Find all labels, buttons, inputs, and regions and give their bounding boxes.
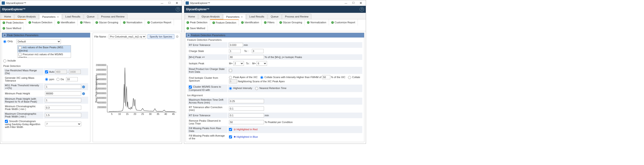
file-name-label: File Name :: [94, 35, 107, 38]
fwhm-pct-input[interactable]: [322, 75, 330, 79]
app-window-right: GlycanExplorer™ — ☐ ✕ GlycanExplorer™ ? …: [184, 0, 366, 144]
radio-include[interactable]: Include: [3, 59, 16, 62]
label-find-iso-cluster: Find Isotopic Cluster from Spectrum: [188, 74, 227, 84]
window-close-button[interactable]: ✕: [174, 1, 180, 5]
subtab-customize-report[interactable]: ✓Customize Report: [329, 19, 358, 25]
window-maximize-button[interactable]: ☐: [350, 1, 357, 5]
window-close-button[interactable]: ✕: [357, 1, 364, 5]
panel-header[interactable]: ▾ Feature Detection Parameters: [186, 33, 364, 37]
subtab-save-method[interactable]: ✓Save Method: [184, 25, 208, 31]
smooth-width-select[interactable]: 7: [45, 122, 81, 126]
radio-highest-intensity[interactable]: Highest Intensity: [229, 87, 252, 90]
tab-home[interactable]: Home: [185, 14, 198, 19]
charge-from-input[interactable]: [229, 49, 241, 53]
max-drift-input[interactable]: [229, 99, 264, 103]
subtab-glycan-grouping[interactable]: ✓Glycan Grouping: [93, 19, 121, 25]
subtab-feature-detection[interactable]: ✓Feature Detection: [26, 19, 55, 25]
subtab-normalization[interactable]: ✓Normalization: [121, 19, 145, 25]
tab-queue[interactable]: Queue: [84, 14, 98, 19]
max-w-input[interactable]: [45, 113, 81, 117]
gear-icon[interactable]: ⚙: [176, 35, 179, 38]
charge-to-input[interactable]: [252, 49, 264, 53]
iso-from-select[interactable]: 2: [234, 61, 244, 66]
close-icon[interactable]: ✕: [241, 16, 243, 18]
tab-queue[interactable]: Queue: [268, 14, 282, 19]
panel-header[interactable]: ▾ Peak Detection Parameters: [2, 33, 90, 37]
subtab-filters[interactable]: ✓Filters: [78, 19, 93, 25]
label-read-product-ion: Read Product Ion Charge State from Data: [188, 67, 227, 74]
iso-to-select[interactable]: 6: [256, 61, 267, 66]
brand-label: GlycanExplorer™: [2, 8, 26, 11]
label-isotopic-peak: Isotopic Peak: [188, 60, 227, 66]
radio-only[interactable]: Only: [3, 40, 13, 43]
radio-da[interactable]: Da: [56, 78, 64, 81]
radio-peak-apex[interactable]: Peak Apex of the XIC: [229, 76, 258, 79]
subtab-feature-detection[interactable]: ✓Feature Detection: [210, 19, 239, 25]
tab-process-review[interactable]: Process and Review: [98, 14, 128, 19]
subtab-filters[interactable]: ✓Filters: [262, 19, 277, 25]
label-rt-err2: RT Error Tolerance: [188, 113, 227, 118]
ribbon-bar: GlycanExplorer™ ?: [184, 6, 366, 13]
tab-glycan-analysis[interactable]: Glycan Analysis: [198, 14, 223, 19]
file-name-select[interactable]: Pro Cetuximab_rep1_inj1-opt_03.raw: [109, 34, 146, 39]
rt-err-input[interactable]: [229, 43, 243, 47]
radio-collate-neighbor[interactable]: Collate: [348, 76, 360, 79]
info-icon[interactable]: i: [82, 92, 85, 95]
svg-text:30: 30: [149, 113, 152, 115]
chevron-down-icon: ▾: [187, 34, 190, 37]
smooth-checkbox[interactable]: Smooth Chromatogram using Savitzky-Golay…: [5, 120, 40, 129]
ms1-thr-input[interactable]: [45, 85, 81, 89]
neighbor-scans-input[interactable]: [229, 79, 237, 83]
info-icon[interactable]: i: [82, 86, 85, 88]
only-list[interactable]: m/z values of the Base Peaks (MS1 spectr…: [17, 45, 71, 58]
help-icon[interactable]: ?: [360, 7, 364, 11]
subtab-peak-detection[interactable]: ✓Peak Detection: [184, 19, 210, 25]
tab-home[interactable]: Home: [1, 14, 14, 19]
radio-ppm[interactable]: ppm: [45, 78, 54, 81]
radio-collate-fwhm[interactable]: Collate Scans with Intensity Higher than…: [260, 76, 322, 79]
only-mode-select[interactable]: Default: [16, 39, 61, 44]
mi-peak-input[interactable]: [229, 55, 264, 59]
fill-avg-checkbox[interactable]: [229, 135, 232, 139]
tab-parameters[interactable]: Parameters✕: [223, 14, 246, 19]
rt-corr-input[interactable]: [229, 107, 264, 111]
tab-glycan-analysis[interactable]: Glycan Analysis: [14, 14, 39, 19]
subtab-identification[interactable]: ✓Identification: [239, 19, 262, 25]
tab-process-review[interactable]: Process and Review: [282, 14, 312, 19]
info-icon: ✱: [234, 135, 236, 138]
fill-raw-checkbox[interactable]: [229, 128, 232, 131]
help-icon[interactable]: ?: [176, 7, 180, 11]
min-peak-pct-input[interactable]: [45, 98, 81, 102]
min-w-input[interactable]: [45, 106, 81, 110]
window-minimize-button[interactable]: —: [158, 1, 166, 5]
specify-ion-species-button[interactable]: Specify Ion Species: [148, 34, 174, 39]
subtab-normalization[interactable]: ✓Normalization: [304, 19, 329, 25]
main-tabstrip: Home Glycan Analysis Parameters✕ Load Re…: [0, 13, 182, 19]
tab-load-results[interactable]: Load Results: [62, 14, 83, 19]
remove-peaks-input[interactable]: [229, 120, 264, 124]
warning-icon: ⊘: [234, 128, 236, 131]
read-product-checkbox[interactable]: [229, 69, 232, 72]
subtab-peak-detection[interactable]: ✓Peak Detection: [0, 19, 26, 25]
rt-err2-input[interactable]: [229, 113, 264, 118]
xic-tol-input[interactable]: [66, 77, 78, 81]
mass-to-input[interactable]: [69, 70, 81, 74]
section-label: Feature Detection Parameters: [187, 38, 363, 42]
cluster-checkbox[interactable]: Cluster MS/MS Scans to Compound ID with: [189, 85, 221, 91]
auto-checkbox[interactable]: Auto: [45, 70, 54, 73]
subtab-customize-report[interactable]: ✓Customize Report: [145, 19, 174, 25]
subtab-identification[interactable]: ✓Identification: [55, 19, 78, 25]
tab-load-results[interactable]: Load Results: [246, 14, 267, 19]
subtab-save-method[interactable]: ✓Save Method: [0, 25, 24, 31]
min-peak-h-input[interactable]: [45, 91, 81, 96]
list-item[interactable]: m/z values of the Base Peaks (MS1 spectr…: [18, 45, 71, 52]
window-minimize-button[interactable]: —: [342, 1, 350, 5]
mass-from-input[interactable]: [55, 70, 67, 74]
tab-parameters[interactable]: Parameters✕: [39, 14, 62, 19]
radio-nearest-rt[interactable]: Nearest Retention Time: [255, 87, 286, 90]
close-icon[interactable]: ✕: [57, 16, 59, 18]
subtab-glycan-grouping[interactable]: ✓Glycan Grouping: [277, 19, 305, 25]
svg-text:2000000: 2000000: [97, 106, 106, 109]
window-maximize-button[interactable]: ☐: [166, 1, 173, 5]
list-item[interactable]: Precursor m/z values of the MS/MS spectr…: [18, 52, 71, 58]
